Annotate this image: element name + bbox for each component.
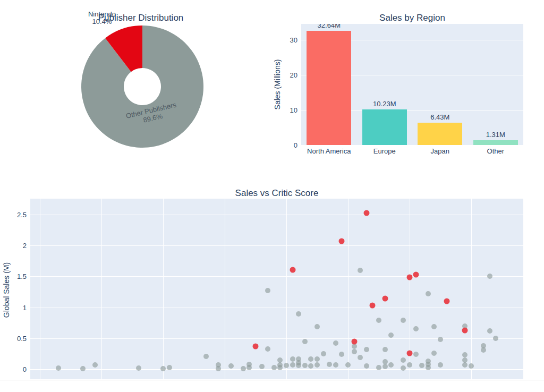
bar-japan[interactable] — [418, 123, 462, 145]
scatter-point-other-publishers[interactable] — [296, 311, 301, 317]
bar-value-label: 6.43M — [430, 113, 449, 121]
scatter-y-gridline — [30, 215, 523, 215]
scatter-point-other-publishers[interactable] — [333, 362, 338, 368]
scatter-point-other-publishers[interactable] — [493, 336, 498, 341]
scatter-point-other-publishers[interactable] — [302, 339, 308, 344]
scatter-point-nintendo[interactable] — [382, 296, 388, 302]
figure-bottom-divider — [0, 380, 544, 380]
scatter-point-other-publishers[interactable] — [401, 318, 406, 323]
scatter-point-other-publishers[interactable] — [246, 362, 252, 367]
scatter-point-other-publishers[interactable] — [431, 351, 437, 356]
scatter-point-other-publishers[interactable] — [290, 356, 295, 362]
scatter-point-other-publishers[interactable] — [259, 364, 265, 369]
scatter-y-tick: 1 — [23, 303, 27, 311]
scatter-point-other-publishers[interactable] — [308, 363, 313, 369]
scatter-point-other-publishers[interactable] — [352, 349, 357, 354]
scatter-point-other-publishers[interactable] — [407, 362, 412, 368]
pie-slice-other-publishers[interactable] — [81, 25, 203, 148]
scatter-point-other-publishers[interactable] — [167, 365, 172, 370]
scatter-point-other-publishers[interactable] — [352, 344, 357, 349]
bar-value-label: 10.23M — [373, 100, 396, 108]
scatter-chart-title: Sales vs Critic Score — [235, 188, 319, 199]
scatter-point-other-publishers[interactable] — [401, 357, 406, 363]
bar-north-america[interactable] — [307, 31, 351, 145]
scatter-point-other-publishers[interactable] — [382, 364, 388, 369]
scatter-point-other-publishers[interactable] — [469, 363, 474, 369]
scatter-point-nintendo[interactable] — [363, 210, 369, 216]
scatter-point-nintendo[interactable] — [339, 238, 345, 244]
scatter-point-nintendo[interactable] — [462, 327, 468, 333]
scatter-point-other-publishers[interactable] — [302, 363, 308, 368]
scatter-point-other-publishers[interactable] — [314, 356, 320, 362]
bar-y-axis-title: Sales (Millions) — [273, 59, 282, 110]
scatter-point-nintendo[interactable] — [413, 271, 419, 277]
scatter-point-other-publishers[interactable] — [284, 363, 289, 368]
scatter-point-nintendo[interactable] — [253, 344, 259, 350]
scatter-point-other-publishers[interactable] — [388, 333, 394, 338]
scatter-point-other-publishers[interactable] — [413, 326, 419, 331]
scatter-point-other-publishers[interactable] — [265, 346, 270, 352]
scatter-point-other-publishers[interactable] — [438, 362, 443, 368]
scatter-point-nintendo[interactable] — [444, 299, 449, 304]
scatter-point-other-publishers[interactable] — [277, 365, 283, 370]
scatter-y-tick: 2 — [23, 242, 27, 250]
bar-other[interactable] — [473, 140, 518, 145]
scatter-point-nintendo[interactable] — [407, 350, 413, 356]
scatter-point-other-publishers[interactable] — [136, 365, 141, 371]
scatter-point-other-publishers[interactable] — [431, 324, 437, 329]
scatter-point-other-publishers[interactable] — [216, 366, 221, 371]
scatter-point-other-publishers[interactable] — [241, 366, 246, 371]
bar-plot-area[interactable]: 32.64M10.23M6.43M1.31M — [301, 24, 523, 145]
scatter-point-other-publishers[interactable] — [321, 351, 326, 356]
scatter-point-nintendo[interactable] — [290, 267, 295, 272]
scatter-point-nintendo[interactable] — [351, 338, 357, 344]
scatter-point-other-publishers[interactable] — [296, 363, 301, 368]
scatter-y-tick: 2.5 — [17, 211, 27, 219]
scatter-point-other-publishers[interactable] — [160, 366, 166, 371]
scatter-point-other-publishers[interactable] — [333, 340, 338, 346]
scatter-point-other-publishers[interactable] — [339, 352, 344, 357]
scatter-y-axis-title: Global Sales (M) — [2, 262, 11, 318]
scatter-point-other-publishers[interactable] — [388, 362, 394, 368]
scatter-point-other-publishers[interactable] — [426, 365, 431, 370]
scatter-point-other-publishers[interactable] — [438, 337, 443, 342]
scatter-point-other-publishers[interactable] — [203, 354, 209, 359]
bar-x-tick: North America — [307, 147, 351, 155]
scatter-point-other-publishers[interactable] — [358, 355, 363, 360]
bar-europe[interactable] — [362, 109, 407, 146]
scatter-point-nintendo[interactable] — [370, 303, 376, 309]
scatter-point-other-publishers[interactable] — [80, 366, 86, 371]
scatter-point-other-publishers[interactable] — [382, 347, 388, 352]
scatter-point-other-publishers[interactable] — [401, 365, 406, 371]
bar-chart-title: Sales by Region — [379, 13, 445, 23]
scatter-point-other-publishers[interactable] — [265, 288, 270, 293]
scatter-point-other-publishers[interactable] — [376, 365, 381, 370]
scatter-y-gridline — [30, 338, 523, 339]
scatter-point-other-publishers[interactable] — [364, 363, 369, 369]
scatter-point-other-publishers[interactable] — [308, 356, 313, 362]
scatter-point-nintendo[interactable] — [407, 274, 413, 280]
donut-chart[interactable] — [63, 7, 222, 166]
scatter-point-other-publishers[interactable] — [327, 362, 332, 367]
bar-x-tick: Other — [487, 147, 505, 155]
scatter-point-other-publishers[interactable] — [413, 352, 419, 357]
scatter-point-other-publishers[interactable] — [271, 365, 277, 370]
scatter-point-other-publishers[interactable] — [487, 274, 492, 279]
scatter-point-other-publishers[interactable] — [314, 324, 320, 329]
scatter-point-other-publishers[interactable] — [426, 291, 431, 296]
scatter-point-other-publishers[interactable] — [481, 347, 486, 353]
scatter-plot-area[interactable] — [30, 199, 523, 379]
scatter-point-other-publishers[interactable] — [56, 365, 61, 371]
scatter-point-other-publishers[interactable] — [487, 328, 492, 334]
scatter-point-other-publishers[interactable] — [345, 362, 351, 368]
scatter-point-other-publishers[interactable] — [92, 362, 98, 368]
scatter-point-other-publishers[interactable] — [290, 362, 295, 368]
scatter-point-other-publishers[interactable] — [376, 318, 381, 323]
scatter-point-other-publishers[interactable] — [419, 363, 424, 368]
scatter-x-gridline — [40, 199, 40, 379]
scatter-point-other-publishers[interactable] — [358, 268, 363, 273]
scatter-point-other-publishers[interactable] — [462, 362, 468, 368]
scatter-point-other-publishers[interactable] — [364, 347, 369, 352]
scatter-point-other-publishers[interactable] — [228, 363, 234, 369]
scatter-point-other-publishers[interactable] — [314, 362, 320, 368]
